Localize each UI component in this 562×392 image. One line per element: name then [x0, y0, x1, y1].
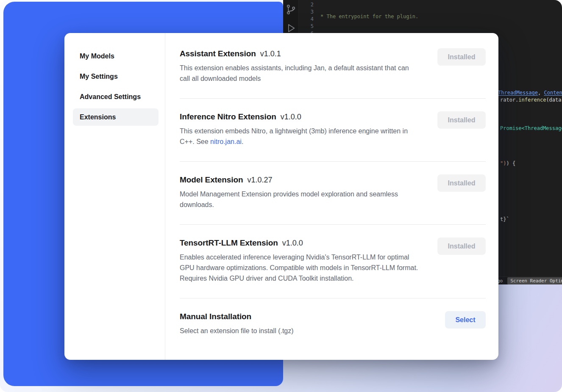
installed-button-assistant[interactable]: Installed — [437, 48, 486, 66]
extension-version: v1.0.0 — [281, 113, 301, 121]
code-fragment: rator.inference(data)); — [500, 97, 562, 103]
installed-button-tensorrt[interactable]: Installed — [437, 237, 486, 255]
extension-entry-tensorrt: TensortRT-LLM Extensionv1.0.0 Enables ac… — [180, 224, 486, 298]
extension-title: Model Extensionv1.0.27 — [180, 174, 419, 185]
run-debug-icon[interactable] — [285, 22, 297, 34]
extension-entry-assistant: Assistant Extensionv1.0.1 This extension… — [180, 36, 486, 98]
select-file-button[interactable]: Select — [445, 311, 486, 329]
extension-info: Assistant Extensionv1.0.1 This extension… — [180, 48, 419, 84]
extension-info: Model Extensionv1.0.27 Model Management … — [180, 174, 419, 210]
sidebar-item-my-models[interactable]: My Models — [73, 47, 159, 65]
extension-description: Model Management Extension provides mode… — [180, 189, 419, 210]
line-numbers: 2 3 4 5 6 — [302, 1, 314, 37]
extension-entry-nitro: Inference Nitro Extensionv1.0.0 This ext… — [180, 98, 486, 161]
extension-title: Assistant Extensionv1.0.1 — [180, 48, 419, 59]
extension-version: v1.0.27 — [247, 176, 272, 184]
manual-installation-title: Manual Installation — [180, 311, 294, 322]
extension-description: Enables accelerated inference leveraging… — [180, 252, 419, 284]
nitro-jan-ai-link[interactable]: nitro.jan.ai — [210, 138, 242, 145]
extension-description: This extension embeds Nitro, a lightweig… — [180, 126, 419, 147]
installed-button-nitro[interactable]: Installed — [437, 111, 486, 129]
extension-version: v1.0.1 — [260, 50, 281, 58]
sidebar-item-my-settings[interactable]: My Settings — [73, 68, 159, 85]
status-item-screen-reader[interactable]: Screen Reader Optimized — [507, 277, 562, 284]
extension-title: Inference Nitro Extensionv1.0.0 — [180, 111, 419, 122]
extension-version: v1.0.0 — [282, 239, 303, 247]
code-line: * The entrypoint for the plugin. — [320, 13, 562, 20]
extension-info: Inference Nitro Extensionv1.0.0 This ext… — [180, 111, 419, 147]
source-control-icon[interactable] — [285, 4, 297, 15]
sidebar-item-advanced-settings[interactable]: Advanced Settings — [73, 88, 159, 105]
settings-modal: My Models My Settings Advanced Settings … — [64, 33, 498, 360]
line-number: 3 — [302, 8, 314, 16]
manual-installation-description: Select an extension file to install (.tg… — [180, 326, 294, 336]
manual-installation-entry: Manual Installation Select an extension … — [180, 298, 486, 351]
extension-title: TensortRT-LLM Extensionv1.0.0 — [180, 237, 419, 248]
code-fragment: t}` — [500, 216, 509, 222]
settings-sidebar: My Models My Settings Advanced Settings … — [64, 33, 165, 360]
extension-description: This extension enables assistants, inclu… — [180, 63, 419, 84]
code-fragment: Promise<ThreadMessage> — [500, 125, 562, 131]
extension-info: TensortRT-LLM Extensionv1.0.0 Enables ac… — [180, 237, 419, 284]
line-number: 5 — [302, 23, 314, 30]
extension-entry-model: Model Extensionv1.0.27 Model Management … — [180, 161, 486, 224]
extensions-list: Assistant Extensionv1.0.1 This extension… — [165, 33, 498, 360]
desktop-background: 2 3 4 5 6 * The entrypoint for the plugi… — [0, 0, 562, 392]
code-fragment: ")) { — [500, 160, 515, 166]
sidebar-item-extensions[interactable]: Extensions — [73, 108, 159, 126]
line-number: 2 — [302, 1, 314, 8]
extension-info: Manual Installation Select an extension … — [180, 311, 294, 336]
installed-button-model[interactable]: Installed — [437, 174, 486, 192]
line-number: 4 — [302, 16, 314, 23]
